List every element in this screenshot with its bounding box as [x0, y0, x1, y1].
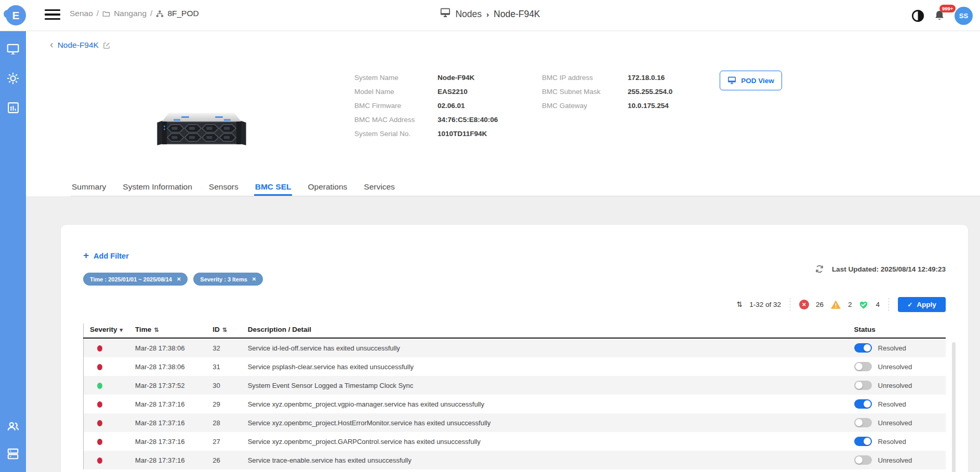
title-node-name: Node-F94K — [494, 9, 540, 20]
notifications-bell-icon[interactable]: 999+ — [933, 9, 946, 22]
info-label: BMC Gateway — [542, 102, 628, 110]
info-field: BMC Subnet Mask 255.255.254.0 — [542, 85, 672, 99]
separator — [790, 298, 790, 311]
status-label: Unresolved — [878, 363, 912, 371]
user-avatar[interactable]: SS — [955, 7, 973, 25]
apply-button[interactable]: Apply — [898, 297, 946, 312]
tab[interactable]: Services — [363, 179, 395, 196]
hamburger-menu-icon[interactable] — [45, 9, 60, 22]
info-label: System Name — [354, 74, 438, 82]
check-icon — [907, 301, 912, 308]
sidebar-item-settings-gear-icon[interactable] — [6, 72, 20, 85]
breadcrumb-building[interactable]: Nangang — [114, 9, 147, 18]
filter-chip[interactable]: Severity : 3 Items — [193, 273, 263, 286]
add-filter-button[interactable]: Add Filter — [83, 252, 129, 260]
folder-icon — [102, 10, 110, 18]
info-label: BMC Subnet Mask — [542, 88, 628, 96]
table-row: Mar-28 17:37:16 29 Service xyz.openbmc_p… — [84, 395, 946, 413]
filter-chip-label: Time : 2025/01/01 ~ 2025/08/14 — [90, 276, 172, 282]
sidebar — [0, 31, 26, 472]
chevron-right-icon — [486, 9, 489, 20]
refresh-row: Last Updated: 2025/08/14 12:49:23 — [815, 264, 946, 274]
table-row: Mar-28 17:37:52 30 System Event Sensor L… — [84, 376, 946, 395]
description-cell: Service psplash-clear.service has exited… — [242, 357, 848, 376]
pod-view-label: POD View — [741, 77, 774, 85]
id-cell: 26 — [206, 451, 242, 469]
tab[interactable]: BMC SEL — [254, 179, 293, 196]
info-value: Node-F94K — [438, 74, 474, 82]
status-cell: Resolved — [848, 338, 946, 357]
sidebar-item-monitor[interactable] — [6, 43, 20, 56]
status-toggle[interactable] — [854, 362, 872, 371]
status-cell: Unresolved — [848, 357, 946, 376]
status-toggle[interactable] — [854, 343, 872, 353]
nodes-icon — [440, 8, 451, 20]
severity-dot-icon — [97, 439, 102, 445]
id-cell: 32 — [206, 338, 242, 357]
tab-label: Operations — [308, 182, 347, 191]
severity-dot-icon — [97, 401, 102, 408]
apply-label: Apply — [917, 301, 936, 308]
sidebar-item-analytics-chart-icon[interactable] — [6, 101, 20, 114]
table-header: Severity Time ID Description / Detail St… — [84, 323, 946, 338]
info-field: BMC Firmware 02.06.01 — [354, 99, 498, 113]
contrast-toggle-icon[interactable] — [911, 9, 924, 22]
column-header-id[interactable]: ID — [206, 323, 242, 338]
breadcrumb-site[interactable]: Senao — [70, 9, 93, 18]
summary-bar: 1-32 of 32 26 2 4 Apply — [736, 296, 946, 312]
status-toggle[interactable] — [854, 418, 872, 427]
back-chevron-icon[interactable] — [50, 41, 54, 50]
severity-dot-icon — [97, 457, 102, 464]
info-label: BMC IP address — [542, 74, 628, 82]
filter-chip[interactable]: Time : 2025/01/01 ~ 2025/08/14 — [83, 273, 188, 286]
system-info-left: System Name Node-F94K Model Name EAS2210… — [354, 71, 498, 141]
status-toggle[interactable] — [854, 437, 872, 446]
info-value: 172.18.0.16 — [628, 74, 665, 82]
info-value: 1010TD11F94K — [438, 130, 487, 138]
description-cell: Service xyz.openbmc_project.GARPControl.… — [242, 432, 848, 451]
table-row: Mar-28 17:37:16 28 Service xyz.openbmc_p… — [84, 413, 946, 432]
status-cell: Unresolved — [848, 451, 946, 469]
node-name-link[interactable]: Node-F94K — [58, 41, 99, 50]
status-toggle[interactable] — [854, 381, 872, 390]
tab[interactable]: Sensors — [208, 179, 240, 196]
time-cell: Mar-28 17:37:16 — [129, 395, 206, 413]
page-title: Nodes Node-F94K — [440, 8, 540, 20]
table-body: Mar-28 17:38:06 32 Service id-led-off.se… — [84, 338, 946, 469]
tab[interactable]: Operations — [307, 179, 348, 196]
info-value: 34:76:C5:E8:40:06 — [438, 116, 498, 124]
chip-close-icon[interactable] — [177, 276, 181, 282]
sidebar-item-users-icon[interactable] — [6, 420, 20, 434]
top-bar-actions: 999+ SS — [911, 0, 973, 31]
refresh-icon[interactable] — [815, 264, 824, 274]
info-field: System Name Node-F94K — [354, 71, 498, 85]
table-row: Mar-28 17:37:16 27 Service xyz.openbmc_p… — [84, 432, 946, 451]
warning-count-icon — [830, 300, 841, 309]
status-label: Unresolved — [878, 382, 912, 389]
time-cell: Mar-28 17:38:06 — [129, 338, 206, 357]
status-toggle[interactable] — [854, 399, 872, 409]
tab[interactable]: Summary — [71, 179, 107, 196]
edit-icon[interactable] — [103, 42, 111, 49]
tab-label: Services — [364, 182, 394, 191]
table-scrollbar[interactable] — [952, 342, 956, 472]
warning-count: 2 — [848, 301, 852, 308]
time-cell: Mar-28 17:37:16 — [129, 451, 206, 469]
title-section[interactable]: Nodes — [455, 9, 482, 20]
breadcrumb-pod[interactable]: 8F_POD — [167, 9, 198, 18]
last-updated-text: Last Updated: 2025/08/14 12:49:23 — [832, 265, 946, 273]
status-label: Resolved — [878, 400, 906, 408]
status-toggle[interactable] — [854, 455, 872, 465]
column-header-time[interactable]: Time — [129, 323, 206, 338]
column-header-severity[interactable]: Severity — [84, 323, 129, 338]
notification-count-badge: 999+ — [939, 5, 956, 12]
breadcrumb-separator — [150, 9, 152, 18]
pod-monitor-icon — [727, 76, 736, 85]
pod-view-button[interactable]: POD View — [720, 71, 782, 90]
tab-label: Summary — [72, 182, 106, 191]
tab[interactable]: System Information — [122, 179, 193, 196]
chip-close-icon[interactable] — [252, 276, 256, 282]
info-label: BMC MAC Address — [354, 116, 438, 124]
app-logo[interactable]: E — [6, 5, 26, 25]
sidebar-item-servers-icon[interactable] — [6, 447, 20, 461]
